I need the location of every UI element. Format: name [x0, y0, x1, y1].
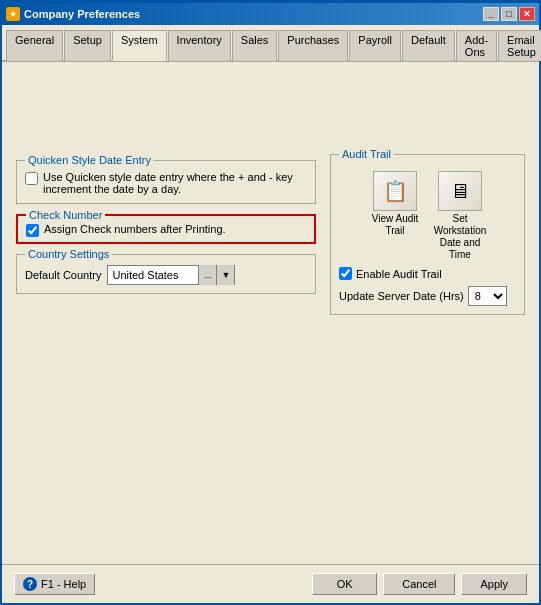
country-input[interactable]	[108, 268, 198, 282]
content-area: Quicken Style Date Entry Use Quicken sty…	[2, 62, 539, 564]
quicken-date-title: Quicken Style Date Entry	[25, 154, 154, 166]
tab-sales[interactable]: Sales	[232, 30, 278, 61]
action-buttons: OK Cancel Apply	[312, 573, 527, 595]
country-dropdown-button[interactable]: ▼	[216, 265, 234, 285]
main-panel-row: Quicken Style Date Entry Use Quicken sty…	[16, 154, 525, 315]
audit-trail-group: Audit Trail 📋 View Audit Trail 🖥 Set Wor…	[330, 154, 525, 315]
set-workstation-label: Set Workstation Date and Time	[433, 213, 488, 261]
country-settings-group: Country Settings Default Country ... ▼	[16, 254, 316, 294]
view-audit-trail-button[interactable]: 📋 View Audit Trail	[368, 171, 423, 261]
country-label: Default Country	[25, 269, 101, 281]
tab-inventory[interactable]: Inventory	[168, 30, 231, 61]
view-audit-trail-icon: 📋	[373, 171, 417, 211]
title-bar-left: ★ Company Preferences	[6, 7, 140, 21]
check-number-group: Check Number Assign Check numbers after …	[16, 214, 316, 244]
quicken-date-checkbox-row: Use Quicken style date entry where the +…	[25, 171, 307, 195]
top-spacer	[16, 74, 525, 144]
left-panel: Quicken Style Date Entry Use Quicken sty…	[16, 154, 316, 315]
tab-email-setup[interactable]: Email Setup	[498, 30, 541, 61]
check-number-label: Assign Check numbers after Printing.	[44, 223, 226, 235]
ok-button[interactable]: OK	[312, 573, 377, 595]
apply-button[interactable]: Apply	[461, 573, 527, 595]
tab-setup[interactable]: Setup	[64, 30, 111, 61]
update-server-date-row: Update Server Date (Hrs) 4 8 12 24	[339, 286, 516, 306]
set-workstation-button[interactable]: 🖥 Set Workstation Date and Time	[433, 171, 488, 261]
right-panel: Audit Trail 📋 View Audit Trail 🖥 Set Wor…	[330, 154, 525, 315]
view-audit-trail-label: View Audit Trail	[368, 213, 423, 237]
help-icon: ?	[23, 577, 37, 591]
window-title: Company Preferences	[24, 8, 140, 20]
tab-purchases[interactable]: Purchases	[278, 30, 348, 61]
title-controls: _ □ ✕	[483, 7, 535, 21]
window-icon: ★	[6, 7, 20, 21]
minimize-button[interactable]: _	[483, 7, 499, 21]
quicken-date-checkbox[interactable]	[25, 172, 38, 185]
help-label: F1 - Help	[41, 578, 86, 590]
maximize-button[interactable]: □	[501, 7, 517, 21]
hrs-select[interactable]: 4 8 12 24	[468, 286, 507, 306]
enable-audit-trail-checkbox[interactable]	[339, 267, 352, 280]
country-settings-title: Country Settings	[25, 248, 112, 260]
tabs-row: General Setup System Inventory Sales Pur…	[2, 25, 539, 62]
update-server-date-label: Update Server Date (Hrs)	[339, 290, 464, 302]
audit-icons-row: 📋 View Audit Trail 🖥 Set Workstation Dat…	[339, 171, 516, 261]
help-button[interactable]: ? F1 - Help	[14, 573, 95, 595]
quicken-date-group: Quicken Style Date Entry Use Quicken sty…	[16, 160, 316, 204]
title-bar: ★ Company Preferences _ □ ✕	[2, 3, 539, 25]
tab-addons[interactable]: Add-Ons	[456, 30, 497, 61]
tab-system[interactable]: System	[112, 30, 167, 61]
country-row: Default Country ... ▼	[25, 265, 307, 285]
tab-default[interactable]: Default	[402, 30, 455, 61]
cancel-button[interactable]: Cancel	[383, 573, 455, 595]
enable-audit-trail-label: Enable Audit Trail	[356, 268, 442, 280]
check-number-checkbox[interactable]	[26, 224, 39, 237]
close-button[interactable]: ✕	[519, 7, 535, 21]
tab-payroll[interactable]: Payroll	[349, 30, 401, 61]
enable-audit-trail-row: Enable Audit Trail	[339, 267, 516, 280]
bottom-bar: ? F1 - Help OK Cancel Apply	[2, 564, 539, 603]
country-input-wrap: ... ▼	[107, 265, 235, 285]
audit-trail-title: Audit Trail	[339, 148, 394, 160]
tab-general[interactable]: General	[6, 30, 63, 61]
check-number-checkbox-row: Assign Check numbers after Printing.	[26, 223, 306, 237]
set-workstation-icon: 🖥	[438, 171, 482, 211]
country-browse-button[interactable]: ...	[198, 265, 216, 285]
check-number-title: Check Number	[26, 209, 105, 221]
quicken-date-label: Use Quicken style date entry where the +…	[43, 171, 307, 195]
main-window: ★ Company Preferences _ □ ✕ General Setu…	[0, 0, 541, 605]
